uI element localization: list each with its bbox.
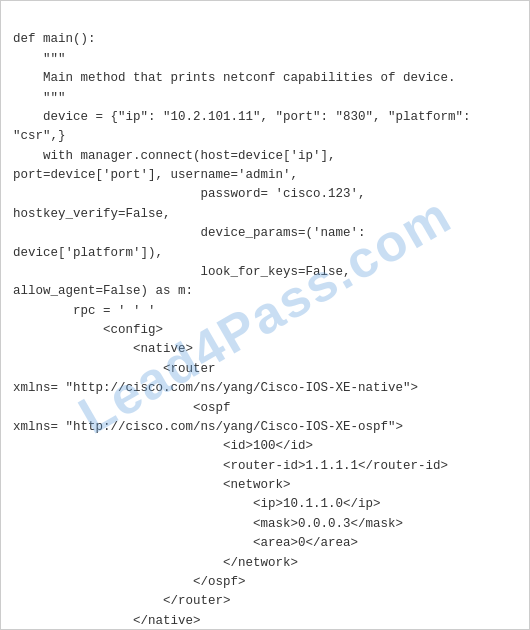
code-line-12: device['platform']), [13,246,163,260]
code-block: def main(): """ Main method that prints … [13,11,517,630]
code-line-21: xmlns= "http://cisco.com/ns/yang/Cisco-I… [13,420,403,434]
code-line-7: with manager.connect(host=device['ip'], [13,149,336,163]
code-line-23: <router-id>1.1.1.1</router-id> [13,459,448,473]
code-line-17: <native> [13,342,193,356]
code-line-14: allow_agent=False) as m: [13,284,193,298]
code-line-25: <ip>10.1.1.0</ip> [13,497,381,511]
code-line-6: "csr",} [13,129,66,143]
code-line-24: <network> [13,478,291,492]
code-line-8: port=device['port'], username='admin', [13,168,298,182]
code-line-27: <area>0</area> [13,536,358,550]
code-line-28: </network> [13,556,298,570]
code-line-30: </router> [13,594,231,608]
code-line-13: look_for_keys=False, [13,265,351,279]
code-line-19: xmlns= "http://cisco.com/ns/yang/Cisco-I… [13,381,418,395]
code-line-11: device_params=('name': [13,226,366,240]
code-line-18: <router [13,362,216,376]
code-line-29: </ospf> [13,575,246,589]
code-line-31: </native> [13,614,201,628]
code-line-26: <mask>0.0.0.3</mask> [13,517,403,531]
code-line-9: password= 'cisco.123', [13,187,366,201]
code-line-20: <ospf [13,401,231,415]
code-container: def main(): """ Main method that prints … [0,0,530,630]
code-line-10: hostkey_verify=False, [13,207,171,221]
code-line-16: <config> [13,323,163,337]
code-line-1: def main(): [13,32,96,46]
code-line-15: rpc = ' ' ' [13,304,156,318]
code-line-5: device = {"ip": "10.2.101.11", "port": "… [13,110,471,124]
code-line-22: <id>100</id> [13,439,313,453]
code-line-3: Main method that prints netconf capabili… [13,71,456,85]
code-line-4: """ [13,91,66,105]
code-line-2: """ [13,52,66,66]
